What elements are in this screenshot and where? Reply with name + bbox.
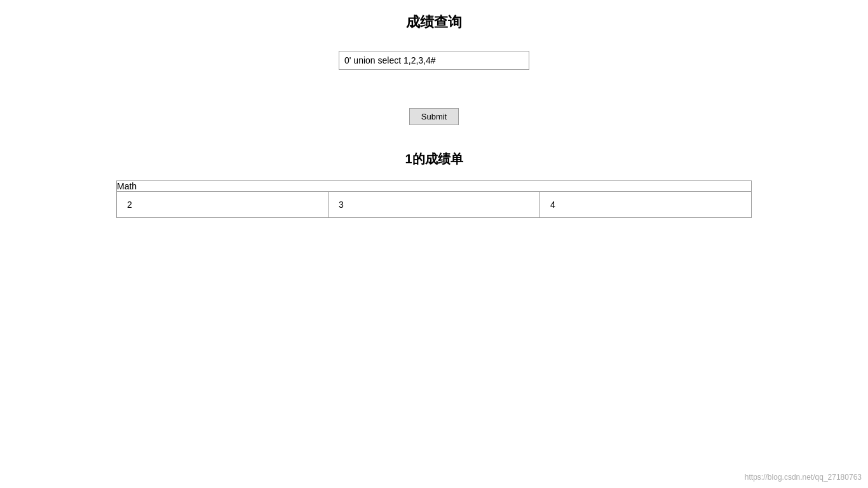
submit-button[interactable]: Submit: [409, 108, 459, 125]
page-title: 成绩查询: [406, 13, 462, 32]
result-title: 1的成绩单: [405, 151, 463, 168]
table-cell: 3: [329, 192, 540, 218]
watermark: https://blog.csdn.net/qq_27180763: [745, 473, 862, 482]
table-row: 234: [117, 192, 752, 218]
page-container: 成绩查询 Submit 1的成绩单 Math 234: [0, 0, 868, 218]
table-cell: 2: [117, 192, 329, 218]
search-input[interactable]: [339, 51, 529, 70]
table-cell: 4: [540, 192, 752, 218]
result-table: Math 234: [116, 180, 752, 218]
table-header-row: Math: [117, 181, 752, 192]
